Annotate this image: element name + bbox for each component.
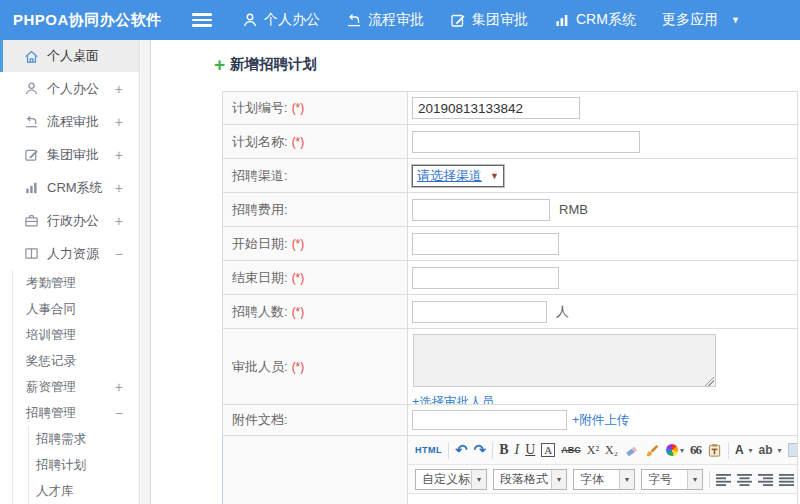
start-date-input[interactable] xyxy=(412,233,559,255)
sidebar-item-hr-contract[interactable]: 人事合同 xyxy=(13,296,139,322)
page-title: 新增招聘计划 xyxy=(230,55,317,74)
underline-button[interactable]: U xyxy=(525,442,535,458)
label-text: 计划编号: xyxy=(232,99,288,117)
subscript-button[interactable]: X₂ xyxy=(605,443,618,458)
paragraph-format-dropdown[interactable]: 段落格式 ▾ xyxy=(493,469,567,490)
font-style-button[interactable]: A xyxy=(541,443,555,457)
nav-label: 个人办公 xyxy=(264,11,320,29)
sidebar-item-recruit-demand[interactable]: 招聘需求 xyxy=(29,426,139,452)
person-icon xyxy=(242,12,258,28)
form-row-start-date: 开始日期: (*) xyxy=(222,227,798,261)
sidebar-item-attendance[interactable]: 考勤管理 xyxy=(13,270,139,296)
blockquote-button[interactable]: 66 xyxy=(690,442,701,458)
align-center-icon xyxy=(737,472,752,487)
format-brush-icon[interactable] xyxy=(645,443,660,458)
align-center-button[interactable] xyxy=(737,472,752,487)
caret-down-icon: ▼ xyxy=(731,15,740,25)
bar-chart-icon xyxy=(24,180,39,195)
sidebar-item-personal-office[interactable]: 个人办公 + xyxy=(0,72,139,105)
sidebar-item-desktop[interactable]: 个人桌面 xyxy=(0,40,139,72)
end-date-input[interactable] xyxy=(412,267,559,289)
nav-more-apps[interactable]: 更多应用 ▼ xyxy=(662,11,740,29)
align-justify-button[interactable] xyxy=(779,472,794,487)
sidebar-item-hr[interactable]: 人力资源 − xyxy=(0,237,139,270)
nav-workflow-approval[interactable]: 流程审批 xyxy=(346,11,424,29)
redo-button[interactable]: ↷ xyxy=(474,441,487,459)
field-label: 附件文档: xyxy=(223,405,408,435)
expand-plus-icon: + xyxy=(115,180,123,196)
italic-button[interactable]: I xyxy=(515,442,520,458)
form-row-attachment: 附件文档: +附件上传 xyxy=(222,405,798,436)
channel-select[interactable]: 请选择渠道 ▼ xyxy=(412,165,504,187)
attachment-input[interactable] xyxy=(412,410,567,430)
paste-as-text-icon[interactable] xyxy=(707,443,722,458)
font-size-dropdown[interactable]: 字号 ▾ xyxy=(641,469,703,490)
html-source-button[interactable]: HTML xyxy=(415,445,442,455)
caret-small-icon: ▾ xyxy=(619,470,634,489)
approvers-textarea-wrap xyxy=(413,334,716,390)
color-palette-button[interactable]: ▾ xyxy=(666,444,684,456)
clipped-toolbar-button[interactable] xyxy=(788,443,797,457)
strikethrough-button[interactable]: ABC xyxy=(561,445,581,455)
expand-plus-icon: + xyxy=(115,114,123,130)
pencil-square-icon xyxy=(24,147,39,162)
approvers-textarea[interactable] xyxy=(413,334,716,387)
align-left-button[interactable] xyxy=(716,472,731,487)
font-family-dropdown[interactable]: 字体 ▾ xyxy=(573,469,635,490)
font-color-button[interactable]: A ▾ xyxy=(735,443,753,457)
sidebar-item-recruit-plan[interactable]: 招聘计划 xyxy=(29,452,139,478)
home-icon xyxy=(24,49,39,64)
eraser-icon[interactable] xyxy=(624,443,639,458)
caret-down-icon: ▼ xyxy=(490,171,499,181)
dropdown-value: 字体 xyxy=(574,471,619,488)
undo-button[interactable]: ↶ xyxy=(455,441,468,459)
caret-small-icon: ▾ xyxy=(778,446,782,455)
field-label: 审批人员: (*) xyxy=(223,329,408,404)
custom-title-dropdown[interactable]: 自定义标题 ▾ xyxy=(415,469,487,490)
sidebar-item-talent-pool[interactable]: 人才库 xyxy=(29,478,139,504)
sidebar-item-admin-office[interactable]: 行政办公 + xyxy=(0,204,139,237)
sidebar-item-recruit-mgmt[interactable]: 招聘管理− xyxy=(13,400,139,426)
flow-undo-icon xyxy=(346,12,362,28)
field-label: 招聘费用: xyxy=(223,193,408,226)
toolbar-separator xyxy=(492,442,493,459)
nav-label: 流程审批 xyxy=(368,11,424,29)
caret-small-icon: ▾ xyxy=(680,446,684,455)
nav-personal-office[interactable]: 个人办公 xyxy=(242,11,320,29)
align-right-button[interactable] xyxy=(758,472,773,487)
dropdown-value: 自定义标题 xyxy=(416,471,471,488)
sidebar-item-label: 流程审批 xyxy=(47,113,99,131)
highlight-color-button[interactable]: ab ▾ xyxy=(759,443,782,457)
superscript-button[interactable]: X² xyxy=(587,443,599,458)
headcount-input[interactable] xyxy=(412,301,547,323)
sidebar-item-group-approval[interactable]: 集团审批 + xyxy=(0,138,139,171)
plan-name-input[interactable] xyxy=(412,131,640,153)
attachment-upload-link[interactable]: +附件上传 xyxy=(572,412,629,429)
form-row-channel: 招聘渠道: 请选择渠道 ▼ xyxy=(222,159,798,193)
resize-grip[interactable] xyxy=(705,377,714,386)
field-label-empty xyxy=(223,436,408,504)
editor-content-area[interactable] xyxy=(408,494,797,504)
sidebar-item-salary[interactable]: 薪资管理+ xyxy=(13,374,139,400)
hamburger-menu-icon[interactable] xyxy=(192,13,212,27)
nav-label: 更多应用 xyxy=(662,11,718,29)
main-content: + 新增招聘计划 计划编号: (*) 计划名称: (*) xyxy=(152,40,800,504)
sidebar-item-workflow-approval[interactable]: 流程审批 + xyxy=(0,105,139,138)
field-label: 计划名称: (*) xyxy=(223,125,408,158)
field-label: 招聘人数: (*) xyxy=(223,295,408,328)
cost-input[interactable] xyxy=(412,199,550,221)
toolbar-separator xyxy=(728,442,729,459)
plan-number-input[interactable] xyxy=(412,97,580,119)
sidebar-item-crm[interactable]: CRM系统 + xyxy=(0,171,139,204)
green-plus-icon: + xyxy=(214,58,225,72)
nav-crm-system[interactable]: CRM系统 xyxy=(554,11,636,29)
nav-group-approval[interactable]: 集团审批 xyxy=(450,11,528,29)
select-approvers-link[interactable]: +选择审批人员 xyxy=(412,394,494,404)
sub-item-label: 招聘计划 xyxy=(36,457,86,474)
bold-button[interactable]: B xyxy=(499,442,508,458)
sidebar-item-training[interactable]: 培训管理 xyxy=(13,322,139,348)
sidebar-item-rewards[interactable]: 奖惩记录 xyxy=(13,348,139,374)
expand-plus-icon: + xyxy=(115,81,123,97)
collapse-minus-icon: − xyxy=(115,246,123,262)
flow-undo-icon xyxy=(24,114,39,129)
